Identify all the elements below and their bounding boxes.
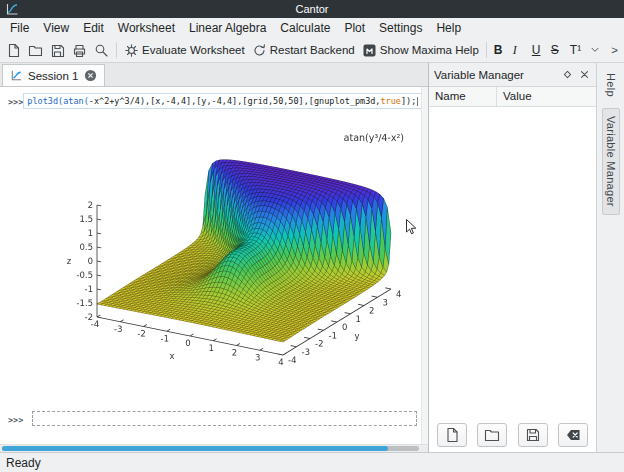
menu-view[interactable]: View bbox=[36, 19, 76, 37]
status-text: Ready bbox=[6, 456, 41, 470]
tab-session-1-label: Session 1 bbox=[28, 70, 79, 82]
show-maxima-help-button[interactable]: Show Maxima Help bbox=[359, 41, 482, 60]
command-entry: >>> plot3d(atan(-x^2+y^3/4),[x,-4,4],[y,… bbox=[8, 93, 428, 109]
folder-open-icon bbox=[28, 43, 43, 58]
dock-tab-help[interactable]: Help bbox=[603, 66, 619, 104]
refresh-icon bbox=[252, 43, 267, 58]
command-input[interactable]: plot3d(atan(-x^2+y^3/4),[x,-4,4],[y,-4,4… bbox=[23, 93, 422, 109]
menubar: File View Edit Worksheet Linear Algebra … bbox=[0, 18, 624, 38]
column-value[interactable]: Value bbox=[497, 87, 596, 106]
clear-variables-button[interactable] bbox=[558, 423, 588, 447]
document-new-icon bbox=[6, 43, 21, 58]
underline-button[interactable]: U bbox=[529, 41, 547, 59]
dock-tab-strip: Help Variable Manager bbox=[596, 63, 624, 452]
new-variable-button[interactable] bbox=[437, 423, 467, 447]
toolbar-separator bbox=[116, 42, 117, 58]
strikethrough-button[interactable]: S bbox=[548, 41, 566, 59]
new-button[interactable] bbox=[3, 41, 24, 60]
save-icon bbox=[525, 427, 541, 443]
show-maxima-help-label: Show Maxima Help bbox=[380, 44, 479, 56]
save-icon bbox=[50, 43, 65, 58]
prompt: >>> bbox=[8, 411, 32, 425]
code-line: plot3d(atan(-x^2+y^3/4),[x,-4,4],[y,-4,4… bbox=[27, 96, 416, 106]
app-icon bbox=[5, 2, 19, 16]
find-button[interactable] bbox=[91, 41, 112, 60]
maxima-help-icon bbox=[362, 43, 377, 58]
variable-manager-title: Variable Manager bbox=[434, 69, 557, 81]
menu-linear-algebra[interactable]: Linear Algebra bbox=[182, 19, 273, 37]
italic-button[interactable]: I bbox=[510, 41, 528, 60]
column-name[interactable]: Name bbox=[429, 87, 497, 106]
menu-help[interactable]: Help bbox=[429, 19, 468, 37]
clear-icon bbox=[565, 427, 581, 443]
empty-entry: >>> bbox=[8, 411, 428, 426]
evaluate-worksheet-button[interactable]: Evaluate Worksheet bbox=[121, 41, 248, 60]
load-variables-button[interactable] bbox=[477, 423, 507, 447]
text-cursor bbox=[417, 97, 418, 106]
variable-table-header: Name Value bbox=[429, 87, 596, 107]
main-area: Session 1 >>> plot3d(atan(-x^2+y^3/4),[x… bbox=[0, 63, 624, 452]
statusbar: Ready bbox=[0, 452, 624, 472]
folder-icon bbox=[484, 427, 500, 443]
evaluate-worksheet-label: Evaluate Worksheet bbox=[142, 44, 245, 56]
menu-edit[interactable]: Edit bbox=[76, 19, 111, 37]
toolbar-separator bbox=[486, 42, 487, 58]
menu-worksheet[interactable]: Worksheet bbox=[111, 19, 182, 37]
float-panel-icon[interactable] bbox=[561, 68, 574, 81]
tab-session-1[interactable]: Session 1 bbox=[2, 64, 105, 86]
plot-canvas bbox=[0, 109, 421, 405]
run-gear-icon bbox=[124, 43, 139, 58]
print-button[interactable] bbox=[69, 41, 90, 60]
close-panel-icon[interactable] bbox=[578, 68, 591, 81]
document-new-icon bbox=[444, 427, 460, 443]
cantor-window: Cantor File View Edit Worksheet Linear A… bbox=[0, 0, 624, 472]
dock-tab-variable-manager[interactable]: Variable Manager bbox=[602, 108, 620, 215]
prompt: >>> bbox=[8, 93, 23, 107]
menu-calculate[interactable]: Calculate bbox=[273, 19, 337, 37]
menu-settings[interactable]: Settings bbox=[372, 19, 429, 37]
toolbar-overflow-button[interactable]: > bbox=[608, 42, 621, 58]
variable-manager-header: Variable Manager bbox=[429, 63, 596, 87]
horizontal-scrollbar[interactable] bbox=[0, 444, 428, 452]
more-formats-button[interactable] bbox=[586, 42, 604, 58]
session-icon bbox=[10, 69, 23, 82]
chevron-down-icon bbox=[589, 44, 601, 56]
restart-backend-button[interactable]: Restart Backend bbox=[249, 41, 358, 60]
vertical-scrollbar[interactable] bbox=[421, 87, 428, 444]
bold-button[interactable]: B bbox=[491, 41, 509, 59]
save-button[interactable] bbox=[47, 41, 68, 60]
titlebar[interactable]: Cantor bbox=[0, 0, 624, 18]
search-icon bbox=[94, 43, 109, 58]
save-variables-button[interactable] bbox=[518, 423, 548, 447]
new-command-input[interactable] bbox=[32, 411, 417, 426]
print-icon bbox=[72, 43, 87, 58]
window-title: Cantor bbox=[295, 3, 328, 15]
restart-backend-label: Restart Backend bbox=[270, 44, 355, 56]
menu-file[interactable]: File bbox=[3, 19, 36, 37]
toolbar: Evaluate Worksheet Restart Backend Show … bbox=[0, 38, 624, 63]
menu-plot[interactable]: Plot bbox=[337, 19, 372, 37]
worksheet[interactable]: >>> plot3d(atan(-x^2+y^3/4),[x,-4,4],[y,… bbox=[0, 87, 428, 444]
worksheet-column: Session 1 >>> plot3d(atan(-x^2+y^3/4),[x… bbox=[0, 63, 428, 452]
scrollbar-thumb[interactable] bbox=[2, 446, 388, 451]
variable-manager-buttons bbox=[429, 418, 596, 452]
tab-close-icon[interactable] bbox=[84, 69, 97, 82]
superscript-button[interactable]: T¹ bbox=[567, 41, 585, 59]
variable-manager-panel: Variable Manager Name Value bbox=[428, 63, 596, 452]
variable-table-body bbox=[429, 107, 596, 418]
open-button[interactable] bbox=[25, 41, 46, 60]
session-tabbar: Session 1 bbox=[0, 63, 428, 87]
